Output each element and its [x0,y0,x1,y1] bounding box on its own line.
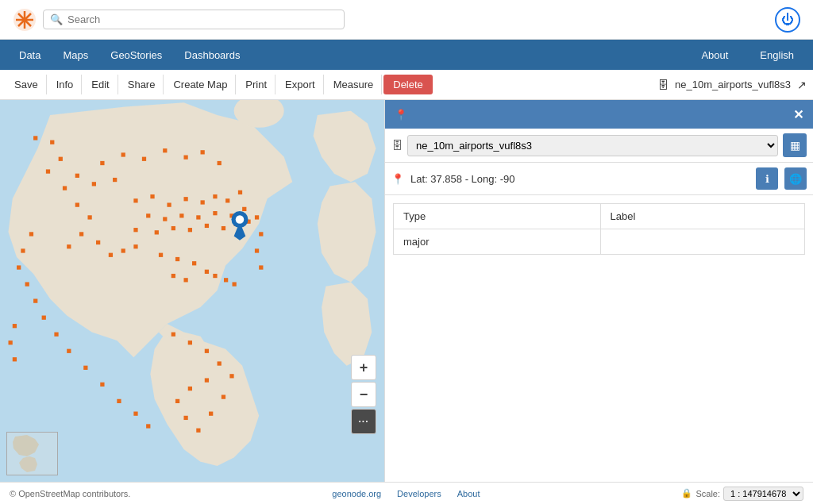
svg-rect-17 [183,156,187,160]
share-button[interactable]: Share [120,75,164,94]
edit-button[interactable]: Edit [83,75,118,94]
export-button[interactable]: Export [277,75,324,94]
svg-rect-79 [96,240,100,244]
svg-rect-43 [222,226,225,230]
svg-rect-38 [133,228,137,232]
about-link[interactable]: About [457,489,480,498]
top-bar-left: 🔍 [13,8,345,32]
svg-rect-57 [233,282,237,286]
type-cell: major [394,229,601,255]
search-input[interactable] [67,13,337,25]
svg-rect-24 [150,194,154,198]
map-controls: + − ··· [351,355,376,434]
svg-rect-83 [29,232,33,236]
main-nav-left: Data Maps GeoStories Dashboards [10,44,249,66]
footer-scale: 🔒 Scale: 1 : 147914678 [681,487,803,501]
layer-name-label: ne_10m_airports_vufl8s3 [675,79,791,90]
attributes-table: Type Label major [393,203,805,255]
lock-icon: 🔒 [681,488,692,498]
svg-rect-52 [205,270,209,274]
svg-rect-61 [218,361,222,365]
svg-rect-102 [259,265,263,269]
content: + − ··· 📍 ✕ 🗄 ne_10m_airports_vufl8s3 [0,100,813,482]
svg-rect-28 [213,194,217,198]
svg-rect-64 [175,399,179,403]
svg-rect-56 [224,278,228,282]
svg-rect-42 [205,224,209,228]
svg-rect-74 [63,186,67,190]
svg-rect-82 [133,244,137,248]
nav-dashboards[interactable]: Dashboards [175,44,249,66]
svg-rect-100 [259,232,263,236]
print-button[interactable]: Print [237,75,275,94]
layer-icon: 🗄 [657,79,669,91]
chart-button[interactable]: ▦ [783,133,807,157]
svg-rect-95 [146,424,150,428]
main-nav-right: About English [692,44,803,66]
svg-rect-77 [79,232,83,236]
create-map-button[interactable]: Create Map [165,75,236,94]
geonode-link[interactable]: geonode.org [332,489,381,498]
measure-button[interactable]: Measure [326,75,383,94]
svg-rect-68 [222,394,225,398]
power-button[interactable]: ⏻ [775,7,800,33]
svg-rect-40 [171,226,175,230]
info-panel-close[interactable]: ✕ [793,107,803,122]
svg-rect-80 [109,253,113,257]
zoom-in-button[interactable]: + [351,355,376,380]
svg-rect-22 [113,178,117,182]
map-canvas [0,100,384,482]
search-bar[interactable]: 🔍 [43,10,345,29]
layer-row: 🗄 ne_10m_airports_vufl8s3 ▦ [385,129,813,163]
power-icon: ⏻ [781,13,794,27]
svg-rect-13 [100,161,104,165]
svg-rect-16 [163,148,167,152]
scale-dropdown[interactable]: 1 : 147914678 [723,487,803,501]
svg-rect-76 [87,215,91,219]
expand-icon[interactable]: ↗ [797,79,807,91]
nav-data[interactable]: Data [10,44,50,66]
svg-rect-85 [17,265,21,269]
footer: © OpenStreetMap contributors. geonode.or… [0,482,813,504]
copyright-text: © OpenStreetMap contributors. [10,489,130,498]
info-button[interactable]: Info [48,75,83,94]
col-label-header: Label [600,204,804,229]
nav-english[interactable]: English [750,44,803,66]
minimap [6,432,58,475]
svg-rect-86 [25,282,29,286]
svg-rect-37 [242,207,246,211]
nav-about[interactable]: About [692,44,738,66]
svg-rect-41 [188,228,192,232]
info-icon: ℹ [765,173,769,185]
svg-rect-33 [179,214,183,217]
svg-rect-23 [133,198,137,202]
developers-link[interactable]: Developers [397,489,441,498]
svg-rect-89 [54,333,58,337]
zoom-out-button[interactable]: − [351,382,376,407]
globe-button[interactable]: 🌐 [784,167,807,190]
svg-rect-39 [155,230,159,234]
svg-rect-97 [9,340,13,344]
svg-rect-60 [205,349,209,353]
svg-rect-51 [192,261,196,265]
svg-rect-78 [67,244,71,248]
info-detail-button[interactable]: ℹ [756,167,778,190]
svg-rect-18 [201,150,205,154]
svg-rect-87 [33,298,37,302]
toolbar: Save Info Edit Share Create Map Print Ex… [0,70,813,100]
layer-dropdown[interactable]: ne_10m_airports_vufl8s3 [407,135,778,156]
svg-rect-49 [159,253,163,257]
svg-rect-55 [213,274,217,278]
save-button[interactable]: Save [6,75,47,94]
nav-geostories[interactable]: GeoStories [101,44,171,66]
svg-rect-34 [196,215,200,219]
delete-button[interactable]: Delete [383,75,433,94]
nav-maps[interactable]: Maps [53,44,98,66]
svg-rect-19 [218,161,222,165]
svg-rect-14 [121,152,125,156]
svg-rect-92 [100,383,104,387]
svg-rect-35 [213,211,217,215]
svg-rect-75 [75,202,79,206]
more-controls-button[interactable]: ··· [351,409,376,434]
map-area[interactable]: + − ··· [0,100,384,482]
